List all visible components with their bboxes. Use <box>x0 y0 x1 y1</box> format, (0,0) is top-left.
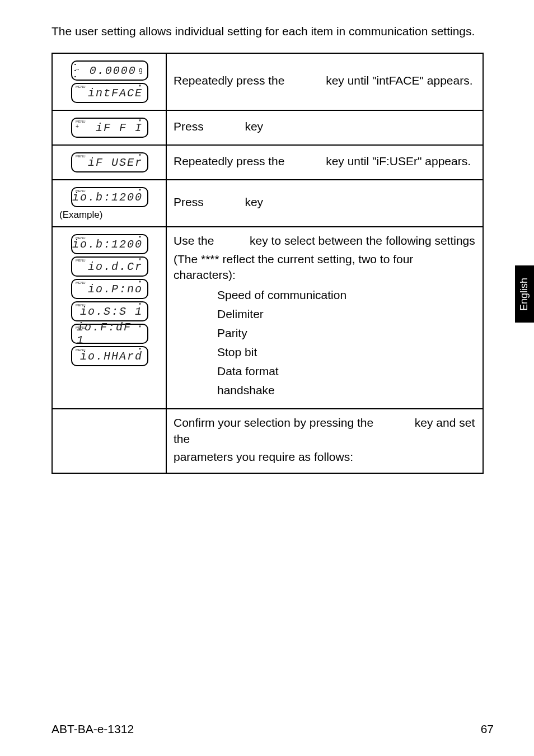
item-speed: Speed of communication <box>217 288 476 302</box>
lcd-weight-display: → 0.0000 g <box>71 60 148 81</box>
row3-text-b: key until "iF:USEr" appears. <box>326 155 471 167</box>
language-tab-label: English <box>519 277 531 310</box>
lcd-value: 0.0000 <box>90 64 137 77</box>
lcd-iob-1200: MENU ▾ io.b:1200 <box>71 187 148 207</box>
instruction-table: → 0.0000 g MENU ▾ intFACE Repeatedly pre… <box>51 53 484 474</box>
caret-icon: ▾ <box>138 118 143 124</box>
menu-tag: MENU <box>76 348 86 352</box>
caret-icon: ▾ <box>138 279 143 285</box>
footer-left: ABT-BA-e-1312 <box>51 722 134 736</box>
lcd-value: io.P:no <box>88 283 143 296</box>
lcd-iodcr: MENU ▾ io.d.Cr <box>71 256 148 277</box>
lcd-value: io.S:S 1 <box>80 305 143 318</box>
row1-left: → 0.0000 g MENU ▾ intFACE <box>52 53 166 110</box>
row4-text-b: key <box>245 195 263 208</box>
menu-tag: MENU <box>76 155 86 158</box>
row5-left: MENU ▾ io.b:1200 MENU ▾ io.d.Cr MENU ▾ i… <box>52 227 166 409</box>
menu-tag: MENU <box>76 85 86 88</box>
lcd-value: iF F I <box>96 122 143 134</box>
item-dataformat: Data format <box>217 365 476 378</box>
row2-text-a: Press <box>174 120 204 133</box>
footer-page-number: 67 <box>481 722 494 736</box>
row6-text-a: Confirm your selection by pressing the <box>174 416 373 429</box>
caret-icon: ▾ <box>138 347 143 352</box>
row3-right: Repeatedly press the key until "iF:USEr"… <box>166 145 483 180</box>
caret-icon: ▾ <box>138 188 143 193</box>
intro-text: The user setting allows individual setti… <box>51 24 494 39</box>
lcd-intface: MENU ▾ intFACE <box>71 83 148 103</box>
row4-right: Press key <box>166 180 483 227</box>
caret-icon: ▾ <box>138 257 143 263</box>
row1-text-b: key until "intFACE" appears. <box>326 74 472 87</box>
lcd-iofdf1: MENU ▾ io.F:dF 1 <box>71 324 148 344</box>
plus-icon: → <box>76 67 80 73</box>
row5-text-c: (The **** reflect the current setting, t… <box>174 251 476 283</box>
menu-tag: MENU <box>76 189 86 193</box>
lcd-value: io.F:dF 1 <box>77 321 143 347</box>
menu-tag: MENU <box>76 304 86 307</box>
caret-icon: ▾ <box>138 153 143 158</box>
caret-icon: ▾ <box>138 324 143 330</box>
lcd-value: iF USEr <box>88 156 143 169</box>
lcd-if-user: MENU ▾ iF USEr <box>71 152 148 172</box>
menu-tag: MENU <box>76 236 86 240</box>
lcd-iohhard: MENU ▾ io.HHArd <box>71 346 148 366</box>
lcd-value: io.d.Cr <box>88 260 143 273</box>
row3-text-a: Repeatedly press the <box>174 155 284 167</box>
row6-right: Confirm your selection by pressing the k… <box>166 409 483 473</box>
language-tab: English <box>515 265 534 323</box>
plus-icon: + <box>76 124 80 130</box>
lcd-iob-1200-b: MENU ▾ io.b:1200 <box>71 234 148 254</box>
caret-icon: ▾ <box>138 83 143 89</box>
row3-left: MENU ▾ iF USEr <box>52 145 166 180</box>
menu-tag: MENU <box>76 281 86 284</box>
lcd-iopno: MENU ▾ io.P:no <box>71 279 148 299</box>
item-stopbit: Stop bit <box>217 346 476 359</box>
row1-right: Repeatedly press the key until "intFACE"… <box>166 53 483 110</box>
row5-text-a: Use the <box>174 234 214 247</box>
row4-left: MENU ▾ io.b:1200 (Example) <box>52 180 166 227</box>
row6-text-c: parameters you require as follows: <box>174 449 476 465</box>
lcd-if-fi: + MENU ▾ iF F I <box>71 118 148 138</box>
lcd-unit: g <box>139 67 143 74</box>
row1-text-a: Repeatedly press the <box>174 74 284 87</box>
menu-tag: MENU <box>76 259 86 262</box>
menu-tag: MENU <box>76 120 86 123</box>
page-footer: ABT-BA-e-1312 67 <box>51 722 494 736</box>
row5-text-b: key to select between the following sett… <box>250 234 475 247</box>
row4-text-a: Press <box>174 195 204 208</box>
lcd-value: io.HHArd <box>80 350 143 363</box>
example-note: (Example) <box>59 209 161 221</box>
item-delimiter: Delimiter <box>217 307 476 321</box>
row5-right: Use the key to select between the follow… <box>166 227 483 409</box>
row2-left: + MENU ▾ iF F I <box>52 110 166 145</box>
item-handshake: handshake <box>217 384 476 397</box>
row6-left <box>52 409 166 473</box>
lcd-value: intFACE <box>88 87 143 100</box>
lcd-ioss1: MENU ▾ io.S:S 1 <box>71 301 148 321</box>
row2-text-b: key <box>245 120 263 133</box>
caret-icon: ▾ <box>138 235 143 240</box>
item-parity: Parity <box>217 326 476 340</box>
menu-tag: MENU <box>76 326 86 329</box>
caret-icon: ▾ <box>138 302 143 307</box>
row2-right: Press key <box>166 110 483 145</box>
